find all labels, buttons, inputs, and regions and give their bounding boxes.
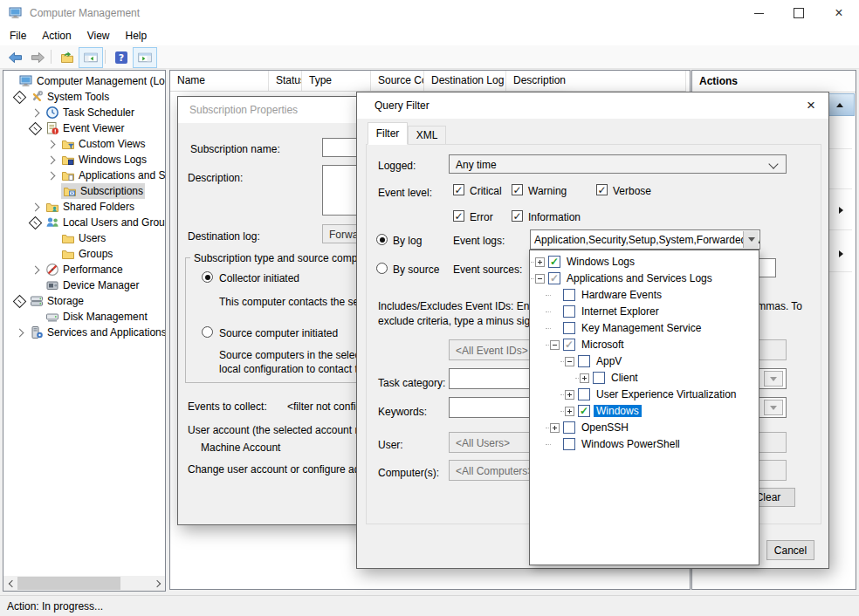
chevron-right-icon[interactable] — [15, 328, 24, 337]
scroll-thumb[interactable] — [17, 577, 120, 590]
tree-item-applications-and-services-logs[interactable]: Applications and Services Logs — [3, 168, 165, 183]
cancel-button[interactable]: Cancel — [766, 540, 814, 560]
tree-item-local-users-and-groups[interactable]: Local Users and Groups — [3, 215, 165, 230]
checkbox-critical[interactable]: ✓ — [453, 184, 464, 195]
expand-plus-icon[interactable] — [580, 373, 589, 383]
checkbox-warning[interactable]: ✓ — [512, 184, 523, 195]
tree-item-label[interactable]: Groups — [79, 248, 113, 260]
chevron-right-icon[interactable] — [31, 108, 39, 117]
tree-item-task-scheduler[interactable]: Task Scheduler — [3, 105, 165, 120]
tree-checkbox[interactable] — [563, 438, 575, 450]
tree-item-label[interactable]: Computer Management (Local) — [37, 75, 165, 87]
submenu-arrow-icon[interactable] — [839, 207, 843, 214]
help-button[interactable]: ? — [110, 47, 133, 68]
dropdown-tree-item-windows-powershell[interactable]: Windows PowerShell — [530, 436, 759, 453]
tree-item-label[interactable]: Event Viewer — [63, 122, 124, 134]
tree-item-label[interactable]: Applications and Services Logs — [564, 272, 715, 284]
maximize-button[interactable] — [779, 0, 819, 26]
tree-item-label[interactable]: Device Manager — [63, 279, 139, 291]
tree-item-label[interactable]: Key Management Service — [579, 322, 704, 334]
chevron-down-icon[interactable] — [12, 91, 26, 105]
dropdown-tree-item-openssh[interactable]: OpenSSH — [530, 420, 759, 436]
column-header-status[interactable]: Status — [269, 71, 302, 91]
tree-item-label[interactable]: User Experience Virtualization — [594, 388, 739, 400]
collector-initiated-radio[interactable] — [202, 271, 213, 283]
tree-checkbox[interactable] — [563, 322, 575, 334]
tree-item-storage[interactable]: Storage — [3, 293, 165, 309]
tree-item-services-and-applications[interactable]: Services and Applications — [3, 325, 165, 340]
tab-filter[interactable]: Filter — [368, 122, 408, 145]
tree-checkbox[interactable] — [593, 372, 605, 384]
by-source-radio[interactable] — [376, 263, 388, 274]
logged-combo[interactable]: Any time — [449, 154, 787, 174]
dropdown-tree-item-windows-logs[interactable]: ✓Windows Logs — [530, 254, 759, 270]
chevron-right-icon[interactable] — [46, 140, 55, 148]
tree-item-label[interactable]: Applications and Services Logs — [79, 169, 165, 181]
tree-item-label[interactable]: Windows Logs — [564, 256, 637, 268]
chevron-right-icon[interactable] — [31, 202, 39, 211]
collapse-minus-icon[interactable] — [550, 340, 560, 350]
submenu-arrow-icon[interactable] — [839, 250, 843, 257]
tree-item-windows-logs[interactable]: Windows Logs — [3, 152, 165, 168]
column-header-description[interactable]: Description — [506, 71, 686, 91]
dropdown-tree-item-client[interactable]: Client — [530, 370, 759, 387]
checkbox-label[interactable]: Information — [528, 211, 581, 223]
tree-item-label[interactable]: Users — [79, 232, 106, 244]
source-initiated-radio[interactable] — [202, 326, 213, 338]
back-button[interactable] — [3, 47, 26, 68]
forward-button[interactable] — [26, 47, 49, 68]
by-source-label[interactable]: By source — [393, 264, 439, 276]
tree-item-label[interactable]: Performance — [63, 264, 123, 276]
tree-item-label[interactable]: Custom Views — [79, 138, 145, 150]
collector-initiated-label[interactable]: Collector initiated — [219, 272, 299, 284]
chevron-down-icon[interactable] — [12, 295, 26, 309]
scroll-left-button[interactable] — [3, 576, 18, 591]
source-initiated-label[interactable]: Source computer initiated — [219, 327, 338, 339]
minimize-button[interactable] — [739, 0, 779, 26]
checkbox-verbose[interactable]: ✓ — [596, 184, 608, 195]
tree-item-computer-management-local[interactable]: Computer Management (Local) — [3, 73, 165, 89]
checkbox-label[interactable]: Warning — [528, 185, 567, 197]
tree-item-subscriptions[interactable]: Subscriptions — [3, 183, 165, 199]
tree-item-label[interactable]: Windows — [594, 405, 642, 417]
checkbox-error[interactable]: ✓ — [453, 210, 464, 222]
dropdown-tree-item-appv[interactable]: AppV — [530, 353, 759, 370]
dropdown-tree-item-user-experience-virtualization[interactable]: User Experience Virtualization — [530, 387, 759, 403]
expand-plus-icon[interactable] — [550, 423, 560, 433]
column-header-destination-log[interactable]: Destination Log — [424, 71, 506, 91]
tree-item-label[interactable]: Services and Applications — [47, 326, 165, 339]
scroll-right-button[interactable] — [150, 576, 165, 591]
tree-item-groups[interactable]: Groups — [3, 246, 165, 262]
chevron-right-icon[interactable] — [31, 265, 39, 274]
checkbox-label[interactable]: Critical — [470, 185, 502, 197]
tree-item-system-tools[interactable]: System Tools — [3, 89, 165, 105]
expand-plus-icon[interactable] — [565, 407, 574, 416]
tree-item-custom-views[interactable]: Custom Views — [3, 136, 165, 152]
combo-dropdown-button[interactable] — [743, 231, 759, 248]
tree-item-label[interactable]: Disk Management — [63, 311, 148, 323]
column-header-type[interactable]: Type — [302, 71, 371, 91]
expand-plus-icon[interactable] — [565, 390, 574, 400]
chevron-down-icon[interactable] — [28, 216, 42, 230]
tree-item-label[interactable]: Subscriptions — [80, 185, 143, 197]
tree-item-label[interactable]: Internet Explorer — [579, 305, 662, 318]
dropdown-tree-item-internet-explorer[interactable]: Internet Explorer — [530, 304, 759, 320]
tree-checkbox[interactable] — [563, 421, 575, 434]
tree-item-label[interactable]: Local Users and Groups — [63, 216, 165, 229]
expand-plus-icon[interactable] — [535, 257, 545, 267]
checkbox-label[interactable]: Verbose — [613, 185, 651, 197]
chevron-right-icon[interactable] — [46, 171, 55, 180]
tree-item-label[interactable]: Windows Logs — [79, 154, 147, 166]
tree-item-device-manager[interactable]: Device Manager — [3, 277, 165, 293]
dialog-close-button[interactable]: × — [797, 94, 825, 116]
tree-item-label[interactable]: Task Scheduler — [63, 106, 134, 119]
close-button[interactable]: × — [819, 0, 859, 26]
tree-item-label[interactable]: AppV — [594, 355, 624, 367]
tree-checkbox[interactable]: ✓ — [563, 339, 575, 351]
dropdown-tree-item-applications-and-services-logs[interactable]: ✓Applications and Services Logs — [530, 270, 759, 287]
checkbox-label[interactable]: Error — [470, 211, 493, 223]
column-header-source-co[interactable]: Source Co... — [371, 71, 424, 91]
by-log-radio[interactable] — [376, 234, 388, 245]
menu-file[interactable]: File — [2, 27, 34, 44]
tree-checkbox[interactable]: ✓ — [548, 272, 560, 284]
